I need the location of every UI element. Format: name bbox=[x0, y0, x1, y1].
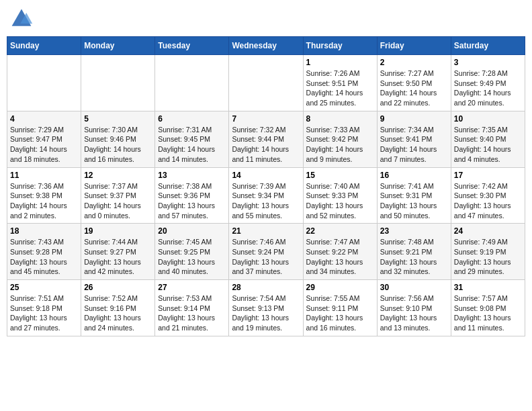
day-number: 19 bbox=[84, 226, 152, 236]
day-number: 5 bbox=[84, 114, 152, 124]
cell-4-2: 27Sunrise: 7:53 AM Sunset: 9:14 PM Dayli… bbox=[155, 280, 229, 336]
col-friday: Friday bbox=[377, 37, 451, 55]
week-row-3: 11Sunrise: 7:36 AM Sunset: 9:38 PM Dayli… bbox=[7, 167, 525, 224]
day-info: Sunrise: 7:42 AM Sunset: 9:30 PM Dayligh… bbox=[454, 181, 522, 221]
day-info: Sunrise: 7:41 AM Sunset: 9:31 PM Dayligh… bbox=[380, 181, 448, 221]
day-info: Sunrise: 7:35 AM Sunset: 9:40 PM Dayligh… bbox=[454, 125, 522, 165]
cell-4-1: 26Sunrise: 7:52 AM Sunset: 9:16 PM Dayli… bbox=[81, 280, 155, 336]
day-number: 8 bbox=[306, 114, 374, 124]
day-info: Sunrise: 7:40 AM Sunset: 9:33 PM Dayligh… bbox=[306, 181, 374, 221]
day-info: Sunrise: 7:33 AM Sunset: 9:42 PM Dayligh… bbox=[306, 125, 374, 165]
day-number: 28 bbox=[232, 283, 300, 292]
day-info: Sunrise: 7:44 AM Sunset: 9:27 PM Dayligh… bbox=[84, 237, 152, 277]
day-info: Sunrise: 7:55 AM Sunset: 9:11 PM Dayligh… bbox=[306, 293, 374, 333]
day-info: Sunrise: 7:29 AM Sunset: 9:47 PM Dayligh… bbox=[10, 125, 78, 165]
cell-2-5: 16Sunrise: 7:41 AM Sunset: 9:31 PM Dayli… bbox=[377, 167, 451, 224]
day-info: Sunrise: 7:43 AM Sunset: 9:28 PM Dayligh… bbox=[10, 237, 78, 277]
day-info: Sunrise: 7:51 AM Sunset: 9:18 PM Dayligh… bbox=[10, 293, 78, 333]
day-number: 12 bbox=[84, 171, 152, 180]
cell-3-3: 21Sunrise: 7:46 AM Sunset: 9:24 PM Dayli… bbox=[229, 224, 303, 280]
day-number: 22 bbox=[306, 226, 374, 236]
day-number: 3 bbox=[454, 58, 522, 67]
cell-2-0: 11Sunrise: 7:36 AM Sunset: 9:38 PM Dayli… bbox=[7, 167, 81, 224]
week-row-4: 18Sunrise: 7:43 AM Sunset: 9:28 PM Dayli… bbox=[7, 224, 525, 280]
day-number: 30 bbox=[380, 283, 448, 292]
cell-2-4: 15Sunrise: 7:40 AM Sunset: 9:33 PM Dayli… bbox=[303, 167, 377, 224]
day-number: 15 bbox=[306, 171, 374, 180]
cell-3-2: 20Sunrise: 7:45 AM Sunset: 9:25 PM Dayli… bbox=[155, 224, 229, 280]
day-info: Sunrise: 7:38 AM Sunset: 9:36 PM Dayligh… bbox=[158, 181, 226, 221]
header bbox=[7, 7, 525, 31]
day-info: Sunrise: 7:36 AM Sunset: 9:38 PM Dayligh… bbox=[10, 181, 78, 221]
page-container: Sunday Monday Tuesday Wednesday Thursday… bbox=[7, 7, 525, 336]
cell-2-3: 14Sunrise: 7:39 AM Sunset: 9:34 PM Dayli… bbox=[229, 167, 303, 224]
cell-1-5: 9Sunrise: 7:34 AM Sunset: 9:41 PM Daylig… bbox=[377, 111, 451, 167]
day-number: 17 bbox=[454, 171, 522, 180]
day-number: 6 bbox=[158, 114, 226, 124]
cell-4-3: 28Sunrise: 7:54 AM Sunset: 9:13 PM Dayli… bbox=[229, 280, 303, 336]
day-number: 11 bbox=[10, 171, 78, 180]
day-info: Sunrise: 7:34 AM Sunset: 9:41 PM Dayligh… bbox=[380, 125, 448, 165]
col-monday: Monday bbox=[81, 37, 155, 55]
cell-0-1 bbox=[81, 55, 155, 111]
day-info: Sunrise: 7:57 AM Sunset: 9:08 PM Dayligh… bbox=[454, 293, 522, 333]
day-number: 21 bbox=[232, 226, 300, 236]
cell-3-0: 18Sunrise: 7:43 AM Sunset: 9:28 PM Dayli… bbox=[7, 224, 81, 280]
cell-2-1: 12Sunrise: 7:37 AM Sunset: 9:37 PM Dayli… bbox=[81, 167, 155, 224]
cell-0-4: 1Sunrise: 7:26 AM Sunset: 9:51 PM Daylig… bbox=[303, 55, 377, 111]
day-info: Sunrise: 7:49 AM Sunset: 9:19 PM Dayligh… bbox=[454, 237, 522, 277]
day-number: 20 bbox=[158, 226, 226, 236]
day-info: Sunrise: 7:52 AM Sunset: 9:16 PM Dayligh… bbox=[84, 293, 152, 333]
col-wednesday: Wednesday bbox=[229, 37, 303, 55]
col-sunday: Sunday bbox=[7, 37, 81, 55]
day-info: Sunrise: 7:47 AM Sunset: 9:22 PM Dayligh… bbox=[306, 237, 374, 277]
day-info: Sunrise: 7:53 AM Sunset: 9:14 PM Dayligh… bbox=[158, 293, 226, 333]
day-number: 16 bbox=[380, 171, 448, 180]
logo-icon bbox=[9, 7, 34, 31]
cell-1-6: 10Sunrise: 7:35 AM Sunset: 9:40 PM Dayli… bbox=[451, 111, 525, 167]
cell-2-2: 13Sunrise: 7:38 AM Sunset: 9:36 PM Dayli… bbox=[155, 167, 229, 224]
day-number: 9 bbox=[380, 114, 448, 124]
day-info: Sunrise: 7:56 AM Sunset: 9:10 PM Dayligh… bbox=[380, 293, 448, 333]
week-row-5: 25Sunrise: 7:51 AM Sunset: 9:18 PM Dayli… bbox=[7, 280, 525, 336]
day-info: Sunrise: 7:30 AM Sunset: 9:46 PM Dayligh… bbox=[84, 125, 152, 165]
col-tuesday: Tuesday bbox=[155, 37, 229, 55]
day-number: 31 bbox=[454, 283, 522, 292]
day-info: Sunrise: 7:26 AM Sunset: 9:51 PM Dayligh… bbox=[306, 68, 374, 108]
day-info: Sunrise: 7:32 AM Sunset: 9:44 PM Dayligh… bbox=[232, 125, 300, 165]
day-number: 25 bbox=[10, 283, 78, 292]
col-thursday: Thursday bbox=[303, 37, 377, 55]
day-number: 13 bbox=[158, 171, 226, 180]
cell-1-1: 5Sunrise: 7:30 AM Sunset: 9:46 PM Daylig… bbox=[81, 111, 155, 167]
day-info: Sunrise: 7:48 AM Sunset: 9:21 PM Dayligh… bbox=[380, 237, 448, 277]
day-info: Sunrise: 7:28 AM Sunset: 9:49 PM Dayligh… bbox=[454, 68, 522, 108]
cell-0-3 bbox=[229, 55, 303, 111]
column-headers: Sunday Monday Tuesday Wednesday Thursday… bbox=[7, 37, 525, 55]
day-info: Sunrise: 7:54 AM Sunset: 9:13 PM Dayligh… bbox=[232, 293, 300, 333]
day-number: 29 bbox=[306, 283, 374, 292]
cell-4-6: 31Sunrise: 7:57 AM Sunset: 9:08 PM Dayli… bbox=[451, 280, 525, 336]
day-number: 1 bbox=[306, 58, 374, 67]
cell-0-2 bbox=[155, 55, 229, 111]
cell-0-0 bbox=[7, 55, 81, 111]
cell-1-3: 7Sunrise: 7:32 AM Sunset: 9:44 PM Daylig… bbox=[229, 111, 303, 167]
day-number: 23 bbox=[380, 226, 448, 236]
day-info: Sunrise: 7:37 AM Sunset: 9:37 PM Dayligh… bbox=[84, 181, 152, 221]
week-row-2: 4Sunrise: 7:29 AM Sunset: 9:47 PM Daylig… bbox=[7, 111, 525, 167]
day-number: 27 bbox=[158, 283, 226, 292]
day-number: 7 bbox=[232, 114, 300, 124]
day-number: 4 bbox=[10, 114, 78, 124]
cell-3-1: 19Sunrise: 7:44 AM Sunset: 9:27 PM Dayli… bbox=[81, 224, 155, 280]
cell-3-6: 24Sunrise: 7:49 AM Sunset: 9:19 PM Dayli… bbox=[451, 224, 525, 280]
cell-4-4: 29Sunrise: 7:55 AM Sunset: 9:11 PM Dayli… bbox=[303, 280, 377, 336]
day-number: 2 bbox=[380, 58, 448, 67]
calendar-table: Sunday Monday Tuesday Wednesday Thursday… bbox=[7, 36, 525, 336]
day-number: 24 bbox=[454, 226, 522, 236]
col-saturday: Saturday bbox=[451, 37, 525, 55]
cell-0-6: 3Sunrise: 7:28 AM Sunset: 9:49 PM Daylig… bbox=[451, 55, 525, 111]
cell-0-5: 2Sunrise: 7:27 AM Sunset: 9:50 PM Daylig… bbox=[377, 55, 451, 111]
cell-4-0: 25Sunrise: 7:51 AM Sunset: 9:18 PM Dayli… bbox=[7, 280, 81, 336]
cell-1-0: 4Sunrise: 7:29 AM Sunset: 9:47 PM Daylig… bbox=[7, 111, 81, 167]
logo bbox=[9, 7, 36, 31]
day-info: Sunrise: 7:46 AM Sunset: 9:24 PM Dayligh… bbox=[232, 237, 300, 277]
